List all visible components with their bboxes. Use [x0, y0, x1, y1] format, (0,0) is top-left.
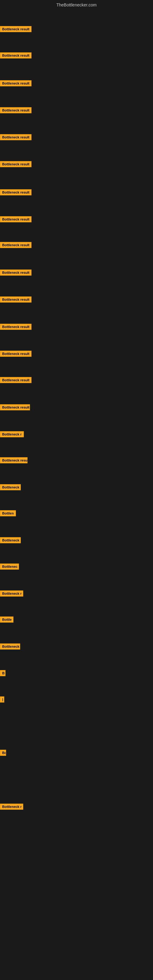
list-item: Bottleneck result	[0, 80, 32, 88]
list-item: Bottleneck result	[0, 107, 32, 115]
bottleneck-result-badge: Bo	[0, 750, 6, 756]
list-item: Bottleneck r	[0, 590, 23, 598]
list-item: Bottleneck	[0, 537, 21, 544]
site-title: TheBottlenecker.com	[0, 0, 153, 9]
bottleneck-result-badge: Bottleneck result	[0, 242, 32, 248]
list-item: Bottleneck result	[0, 404, 30, 412]
list-item: Bottleneck result	[0, 134, 32, 142]
list-item: Bottleneck r	[0, 803, 23, 811]
bottleneck-result-badge: Bottleneck	[0, 484, 21, 490]
list-item: Bottleneck result	[0, 216, 32, 224]
list-item: Bottleneck result	[0, 189, 32, 197]
bottleneck-result-badge: Bottleneck result	[0, 377, 32, 383]
list-item: Bottleneck resu	[0, 457, 27, 465]
list-item: Bottleneck r	[0, 431, 24, 439]
bottleneck-result-badge: |	[0, 697, 4, 703]
bottleneck-result-badge: Bottleneck r	[0, 590, 23, 597]
list-item: Bottleneck result	[0, 324, 32, 331]
list-item: Bottlenec	[0, 563, 19, 571]
bottleneck-result-badge: B	[0, 670, 5, 676]
bottleneck-result-badge: Bottleneck r	[0, 803, 23, 810]
bottleneck-result-badge: Bottleneck result	[0, 216, 32, 222]
list-item: Bottleneck result	[0, 26, 32, 33]
bottleneck-result-badge: Bottleneck result	[0, 269, 32, 275]
bottleneck-result-badge: Bottleneck	[0, 537, 21, 543]
list-item: Bottleneck result	[0, 351, 32, 358]
list-item: Bottleneck result	[0, 377, 32, 384]
bottleneck-result-badge: Bottleneck result	[0, 324, 32, 330]
bottleneck-result-badge: Bottle	[0, 616, 13, 623]
list-item: Bottle	[0, 616, 13, 624]
list-item: Bottlen	[0, 510, 16, 517]
list-item: Bottleneck result	[0, 296, 32, 304]
bottleneck-result-badge: Bottleneck result	[0, 296, 32, 302]
bottleneck-result-badge: Bottleneck result	[0, 52, 32, 59]
bottleneck-result-badge: Bottlen	[0, 510, 16, 516]
list-item: Bottleneck result	[0, 242, 32, 249]
list-item: Bottleneck result	[0, 269, 32, 277]
list-item: |	[0, 697, 4, 704]
list-item: Bottleneck	[0, 484, 21, 492]
list-item: Bottleneck result	[0, 161, 32, 169]
bottleneck-result-badge: Bottleneck result	[0, 189, 32, 196]
bottleneck-result-badge: Bottleneck result	[0, 404, 30, 410]
bottleneck-result-badge: Bottleneck r	[0, 431, 24, 438]
list-item: B	[0, 670, 5, 678]
bottleneck-result-badge: Bottlenec	[0, 563, 19, 570]
bottleneck-result-badge: Bottleneck result	[0, 134, 32, 140]
bottleneck-result-badge: Bottleneck result	[0, 351, 32, 357]
bottleneck-result-badge: Bottleneck resu	[0, 457, 27, 463]
bottleneck-result-badge: Bottleneck result	[0, 80, 32, 86]
list-item: Bottleneck	[0, 643, 20, 651]
bottleneck-result-badge: Bottleneck result	[0, 26, 32, 32]
list-item: Bo	[0, 750, 6, 757]
bottleneck-result-badge: Bottleneck	[0, 643, 20, 649]
list-item: Bottleneck result	[0, 52, 32, 60]
bottleneck-result-badge: Bottleneck result	[0, 107, 32, 113]
bottleneck-result-badge: Bottleneck result	[0, 161, 32, 167]
